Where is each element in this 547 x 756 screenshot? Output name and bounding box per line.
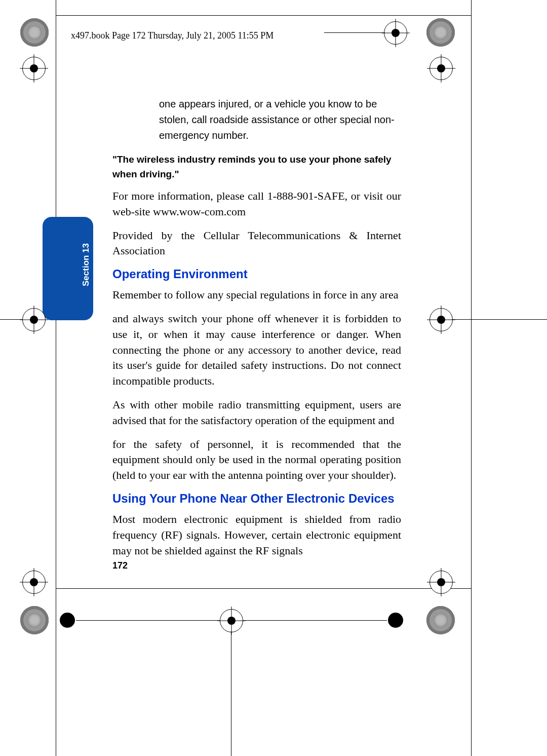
registration-knurl-icon	[20, 18, 49, 47]
registration-dot-icon	[60, 613, 75, 628]
registration-knurl-icon	[20, 606, 49, 634]
registration-knurl-icon	[426, 606, 455, 634]
page-number: 172	[112, 560, 401, 571]
oe-paragraph-2: and always switch your phone off wheneve…	[112, 311, 401, 389]
oe-paragraph-3: As with other mobile radio transmitting …	[112, 397, 401, 429]
registration-line	[452, 319, 547, 320]
registration-dot-icon	[388, 613, 403, 628]
registration-line	[76, 620, 220, 621]
registration-line	[324, 32, 385, 33]
oe-paragraph-4: for the safety of personnel, it is recom…	[112, 437, 401, 483]
heading-operating-environment: Operating Environment	[112, 267, 401, 281]
registration-line	[0, 319, 22, 320]
registration-target-icon	[429, 308, 453, 331]
safety-reminder: "The wireless industry reminds you to us…	[112, 153, 401, 181]
registration-target-icon	[429, 57, 453, 80]
oe-paragraph-1: Remember to follow any special regulatio…	[112, 287, 401, 303]
page-content: one appears injured, or a vehicle you kn…	[112, 96, 401, 571]
provider-paragraph: Provided by the Cellular Telecommunicati…	[112, 228, 401, 259]
registration-target-icon	[384, 21, 407, 45]
registration-line	[231, 631, 231, 756]
crop-guide-right	[471, 0, 472, 756]
registration-target-icon	[22, 571, 46, 594]
registration-target-icon	[220, 609, 243, 632]
registration-target-icon	[429, 571, 453, 594]
registration-line	[243, 620, 387, 621]
registration-knurl-icon	[426, 18, 455, 47]
registration-target-icon	[22, 308, 46, 331]
ed-paragraph-1: Most modern electronic equipment is shie…	[112, 512, 401, 558]
continuation-paragraph: one appears injured, or a vehicle you kn…	[159, 96, 401, 143]
heading-electronic-devices: Using Your Phone Near Other Electronic D…	[112, 492, 401, 506]
section-label: Section 13	[81, 243, 91, 286]
running-header: x497.book Page 172 Thursday, July 21, 20…	[71, 30, 274, 41]
registration-target-icon	[22, 57, 46, 80]
more-info-paragraph: For more information, please call 1-888-…	[112, 188, 401, 220]
